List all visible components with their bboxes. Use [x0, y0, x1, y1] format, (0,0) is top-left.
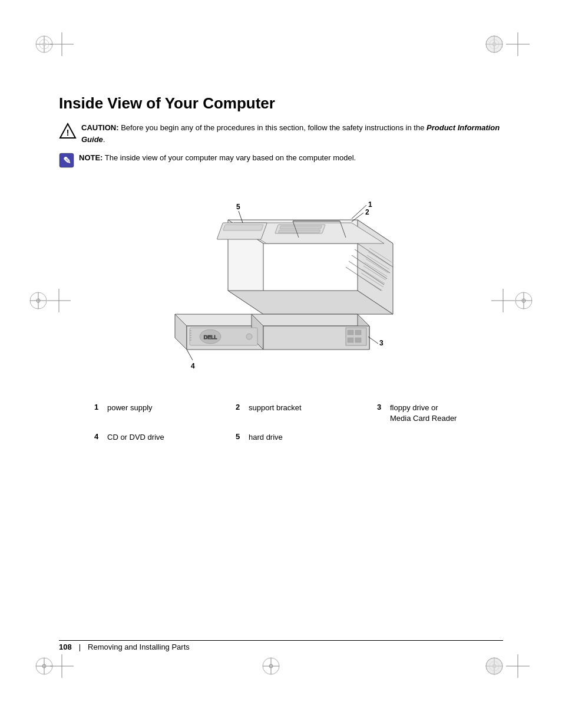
svg-rect-94	[355, 330, 361, 335]
legend-label-4: CD or DVD drive	[107, 432, 164, 443]
svg-line-103	[187, 350, 193, 360]
svg-point-12	[486, 36, 503, 52]
legend-item-1: 1 power supply	[94, 403, 200, 424]
caution-icon: !	[59, 123, 75, 139]
legend-row-2: 4 CD or DVD drive 5 hard drive	[94, 432, 503, 443]
corner-mark-bl2	[50, 654, 74, 678]
parts-legend: 1 power supply 2 support bracket 3 flopp…	[59, 403, 503, 443]
svg-rect-75	[223, 225, 264, 230]
note-body: The inside view of your computer may var…	[105, 153, 356, 162]
svg-text:3: 3	[379, 339, 384, 347]
svg-point-3	[42, 42, 46, 46]
note-box: ✎ NOTE: The inside view of your computer…	[59, 152, 503, 167]
legend-number-5: 5	[236, 432, 244, 443]
caution-box: ! CAUTION: Before you begin any of the p…	[59, 122, 503, 145]
diagram-area: DELL 1 2 3	[59, 185, 503, 379]
note-label: NOTE:	[79, 153, 103, 162]
caution-text: CAUTION: Before you begin any of the pro…	[81, 122, 503, 145]
legend-label-1: power supply	[107, 403, 153, 424]
footer: 108 | Removing and Installing Parts	[59, 643, 503, 651]
svg-text:4: 4	[191, 362, 195, 370]
legend-number-3: 3	[377, 403, 385, 424]
svg-rect-95	[348, 338, 353, 342]
legend-row-1: 1 power supply 2 support bracket 3 flopp…	[94, 403, 503, 424]
corner-mark-mr	[512, 289, 535, 312]
legend-label-2: support bracket	[249, 403, 302, 424]
computer-diagram: DELL 1 2 3	[134, 185, 428, 379]
corner-mark-tr	[482, 32, 506, 56]
svg-text:✎: ✎	[63, 156, 71, 166]
legend-number-1: 1	[94, 403, 103, 424]
footer-section: Removing and Installing Parts	[88, 643, 190, 651]
svg-rect-69	[280, 226, 322, 229]
corner-mark-bc	[259, 654, 283, 678]
corner-mark-ml	[27, 289, 50, 312]
svg-rect-70	[278, 230, 320, 233]
svg-text:1: 1	[368, 200, 372, 209]
page-title: Inside View of Your Computer	[59, 94, 503, 113]
footer-separator: |	[79, 643, 81, 651]
svg-marker-89	[252, 314, 369, 326]
note-icon: ✎	[59, 153, 73, 167]
legend-label-5: hard drive	[249, 432, 283, 443]
svg-text:5: 5	[236, 203, 240, 211]
svg-point-42	[486, 658, 503, 674]
svg-text:2: 2	[365, 208, 369, 216]
corner-mark-tl2	[50, 32, 74, 56]
legend-label-3: floppy drive orMedia Card Reader	[390, 403, 457, 424]
footer-line	[59, 640, 503, 641]
corner-mark-br	[482, 654, 506, 678]
caution-body: Before you begin any of the procedures i…	[81, 123, 500, 144]
legend-number-4: 4	[94, 432, 103, 443]
svg-rect-93	[348, 330, 353, 335]
svg-marker-76	[175, 314, 263, 326]
legend-item-3: 3 floppy drive orMedia Card Reader	[377, 403, 483, 424]
caution-label: CAUTION:	[81, 123, 119, 132]
legend-item-2: 2 support bracket	[236, 403, 342, 424]
svg-text:DELL: DELL	[204, 334, 217, 340]
svg-line-97	[352, 205, 366, 219]
svg-rect-96	[355, 338, 361, 342]
svg-text:!: !	[67, 128, 70, 137]
legend-item-5: 5 hard drive	[236, 432, 342, 443]
legend-item-4: 4 CD or DVD drive	[94, 432, 200, 443]
corner-mark-tr2	[506, 32, 530, 56]
footer-page-number: 108	[59, 643, 72, 651]
legend-number-2: 2	[236, 403, 244, 424]
corner-mark-br2	[506, 654, 530, 678]
svg-line-101	[368, 337, 378, 344]
content-area: Inside View of Your Computer ! CAUTION: …	[59, 94, 503, 452]
svg-point-86	[246, 334, 252, 340]
note-text: NOTE: The inside view of your computer m…	[79, 152, 356, 164]
